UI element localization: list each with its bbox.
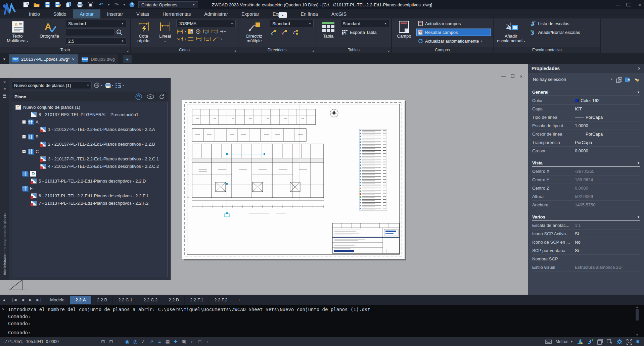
tree-item[interactable]: − F	[12, 185, 167, 192]
status-toggle-icon[interactable]: ▣	[180, 339, 187, 344]
dim-more-dropdown-icon[interactable]: ▾	[221, 38, 222, 41]
add-current-scale-button[interactable]: Añadirescala actual ▾	[496, 20, 526, 47]
dim-update-icon[interactable]	[195, 36, 203, 42]
property-row[interactable]: Icono de SCP en ... No	[532, 238, 640, 246]
ribbon-tab[interactable]: Exportar	[235, 9, 266, 18]
status-toggle-icon[interactable]: ↗	[148, 339, 155, 344]
property-row[interactable]: Capa ICT	[532, 105, 640, 113]
dialog-launcher-icon[interactable]: ⌟	[312, 48, 314, 52]
layout-tab[interactable]: 2.2.F.1	[185, 296, 209, 304]
ribbon-collapse-icon[interactable]: ▴	[279, 12, 287, 18]
dim-ordinate-icon[interactable]: 1	[187, 29, 194, 35]
print-icon[interactable]	[76, 1, 83, 8]
property-row[interactable]: Centro Z 0.0000	[532, 184, 640, 192]
command-prompt[interactable]: Comando:	[8, 330, 31, 335]
layout-tab[interactable]: Modelo	[45, 296, 70, 304]
palette-properties-icon[interactable]: ▤	[2, 93, 6, 100]
save-as-icon[interactable]	[54, 1, 62, 8]
section-collapse-icon[interactable]: ▼	[637, 161, 640, 165]
auto-update-fields-button[interactable]: Actualizar automáticamente▾	[416, 37, 491, 45]
undo-dropdown-icon[interactable]: ▾	[108, 3, 109, 6]
tree-item[interactable]: − A	[12, 118, 167, 126]
redo-icon[interactable]: ↷	[113, 1, 120, 8]
property-row[interactable]: Nombre SCP	[532, 255, 640, 263]
first-layout-icon[interactable]: ❘◀	[8, 298, 19, 302]
layout-tab[interactable]: 2.2.A	[70, 296, 92, 304]
quick-dimension-button[interactable]: Cotarápida	[133, 20, 154, 47]
open-file-icon[interactable]	[33, 1, 40, 8]
tree-item[interactable]: − 2 - 210137-PL-TEL-2.2-Ed1-Planos descr…	[12, 140, 167, 148]
dim-baseline-icon[interactable]	[176, 29, 184, 35]
palette-autohide-icon[interactable]: «	[3, 86, 6, 93]
select-objects-icon[interactable]	[625, 77, 631, 83]
tree-item[interactable]: − D	[12, 170, 167, 177]
tree-item[interactable]: − Nuevo conjunto de planos (1)	[12, 103, 167, 111]
mleader-button[interactable]: Directrizmúltiple	[240, 20, 268, 47]
ribbon-tab[interactable]: Anotar	[73, 9, 100, 18]
ribbon-tab[interactable]: ArcGIS	[325, 9, 353, 18]
collapse-toggle-icon[interactable]: −	[22, 150, 26, 153]
paper-sheet[interactable]	[182, 100, 405, 259]
collapse-toggle-icon[interactable]: −	[22, 135, 26, 139]
tree-item[interactable]: − 6 - 210137-PL-TEL-2.2-Ed1-Planos descr…	[12, 192, 167, 199]
close-doc-icon[interactable]: ×	[72, 57, 75, 62]
table-style-select[interactable]: Standard▼	[340, 20, 389, 27]
tree-item[interactable]: − 3 - 210137-PL-TEL-2.2-Ed1-Planos descr…	[12, 155, 167, 162]
collapse-all-icon[interactable]	[135, 93, 142, 100]
workspace-switcher[interactable]: Cinta de Opciones ▼	[138, 1, 198, 8]
tree-item[interactable]: − 5 - 210137-PL-TEL-2.2-Ed1-Planos descr…	[12, 177, 167, 185]
command-line[interactable]: ✕ Introduzca el nombre del conjunto de p…	[0, 305, 644, 337]
status-toggle-icon[interactable]: ⊟	[107, 339, 115, 344]
doc-tab-inactive[interactable]: DWG Dibujo3.dwg	[78, 54, 118, 64]
mtext-button[interactable]: A TextoMultilínea ▾	[2, 20, 33, 47]
ribbon-tab[interactable]: Administrar	[197, 9, 235, 18]
doc-minimize-button[interactable]: —	[501, 74, 506, 79]
plot-preview-icon[interactable]	[87, 1, 94, 8]
ribbon-tab[interactable]: Inicio	[22, 9, 47, 18]
preview-eye-icon[interactable]	[147, 94, 154, 99]
help-icon[interactable]: ?	[128, 1, 136, 8]
new-file-icon[interactable]	[22, 1, 30, 8]
status-toggle-icon[interactable]: □	[196, 339, 203, 344]
auto-annotation-scale-icon[interactable]	[587, 339, 593, 345]
add-remove-scales-button[interactable]: Añadir/Borrar escalas	[528, 29, 598, 36]
selection-type-select[interactable]: No hay selección▼	[532, 76, 614, 84]
property-row[interactable]: Icono SCP Activa... Sí	[532, 230, 640, 238]
text-height-select[interactable]: 2,5▼	[66, 37, 126, 45]
quick-select-icon[interactable]	[616, 77, 623, 83]
scale-list-button[interactable]: Lista de escalas	[528, 20, 598, 27]
new-doc-tab-button[interactable]: +	[123, 55, 132, 63]
property-row[interactable]: Color Color 162	[532, 96, 640, 105]
sheet-list-icon[interactable]: ▾	[115, 83, 124, 88]
property-row[interactable]: Grosor de línea PorCapa	[532, 130, 640, 138]
dim-baseline-dropdown-icon[interactable]: ▾	[185, 30, 186, 33]
save-all-icon[interactable]	[65, 1, 73, 8]
properties-close-icon[interactable]: ×	[638, 65, 641, 71]
toggle-pickadd-icon[interactable]	[633, 77, 640, 83]
dialog-launcher-icon[interactable]: ⌟	[127, 48, 129, 52]
dim-oblique-icon[interactable]	[204, 36, 211, 42]
property-row[interactable]: SCP por ventana Sí	[532, 246, 640, 255]
layout-tab[interactable]: 2.2.D	[163, 296, 185, 304]
ribbon-tab[interactable]: En línea	[294, 9, 325, 18]
collapse-toggle-icon[interactable]: −	[22, 120, 26, 124]
ribbon-tab[interactable]: Herramientas	[156, 9, 197, 18]
dim-style-select[interactable]: JOSEMA▼	[176, 20, 236, 27]
property-row[interactable]: Grosor 0.0000	[532, 147, 640, 155]
command-scrollbar[interactable]: ▲▼	[635, 305, 639, 337]
status-toggle-icon[interactable]: ▦	[164, 339, 171, 344]
property-row[interactable]: Estilo visual Estructura alámbrica 2D	[532, 263, 640, 271]
status-toggle-icon[interactable]: ◎	[132, 339, 139, 344]
property-row[interactable]: Transparencia PorCapa	[532, 138, 640, 147]
layout-tab[interactable]: 2.2.B	[92, 296, 113, 304]
annotation-visibility-icon[interactable]	[577, 339, 583, 345]
dim-chain-icon[interactable]	[211, 29, 218, 35]
dim-leader-icon[interactable]	[212, 36, 220, 42]
status-toggle-icon[interactable]: ›	[204, 339, 212, 344]
spell-check-button[interactable]: A Ortografia	[35, 20, 64, 47]
layout-tab[interactable]: 2.2.C.1	[113, 296, 138, 304]
sheet-set-select[interactable]: Nuevo conjunto de planos (1)▼	[12, 82, 92, 89]
status-toggle-icon[interactable]: ‹	[188, 339, 195, 344]
property-row[interactable]: Escala de tipo d... 1.0000	[532, 121, 640, 130]
highlight-fields-button[interactable]: Resaltar campos	[416, 29, 491, 36]
